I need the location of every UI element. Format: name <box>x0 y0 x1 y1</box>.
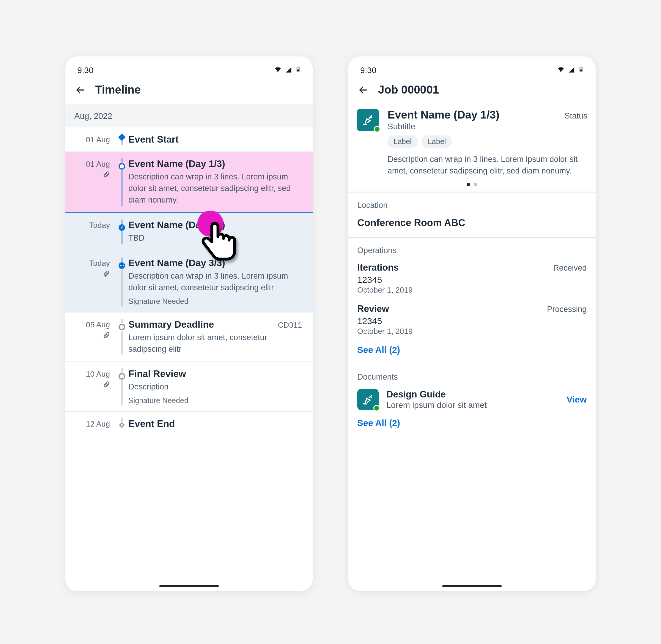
attachment-icon <box>103 379 116 390</box>
timeline-item-desc: Lorem ipsum dolor sit amet, consetetur s… <box>128 332 302 355</box>
section-label: Documents <box>357 372 587 382</box>
operation-status: Received <box>553 263 587 273</box>
operation-date: October 1, 2019 <box>357 285 587 295</box>
timeline-item[interactable]: Today Event Name (Day 2/3) TBD <box>65 213 313 251</box>
timeline-item[interactable]: 12 Aug Event End <box>65 412 313 436</box>
label-chips: Label Label <box>388 135 587 147</box>
svg-rect-2 <box>297 70 299 71</box>
status-time: 9:30 <box>360 66 377 75</box>
back-button[interactable] <box>357 84 369 96</box>
label-chip[interactable]: Label <box>388 135 418 147</box>
attachment-icon <box>103 268 116 279</box>
home-indicator[interactable] <box>442 585 502 587</box>
operation-title: Iterations <box>357 262 399 273</box>
timeline-item-desc: Description can wrap in 3 lines. Lorem i… <box>128 270 302 294</box>
timeline-item-desc: Description <box>128 381 302 393</box>
operation-item[interactable]: Review Processing 12345 October 1, 2019 <box>357 304 587 336</box>
timeline-list: 01 Aug Event Start 01 Aug Event Name (Da… <box>65 128 313 591</box>
document-thumbnail <box>357 389 379 410</box>
timeline-item-sub: Signature Needed <box>128 297 302 306</box>
section-label: Operations <box>357 246 587 255</box>
status-badge-icon <box>374 126 380 133</box>
check-icon <box>118 224 125 231</box>
app-bar: Timeline <box>65 78 313 105</box>
wifi-icon <box>557 66 567 75</box>
timeline-item-title: Event Name (Day 1/3) <box>128 158 302 169</box>
attachment-icon <box>103 329 116 341</box>
home-indicator[interactable] <box>159 585 219 587</box>
operation-number: 12345 <box>357 316 587 326</box>
status-icons <box>273 65 301 75</box>
section-label: Location <box>357 201 587 210</box>
timeline-screen: 9:30 Timeline Aug, 2022 01 Aug <box>65 56 313 591</box>
timeline-item-title: Event Start <box>128 134 302 145</box>
timeline-date: 12 Aug <box>86 418 116 429</box>
location-value: Conference Room ABC <box>357 217 587 228</box>
status-badge-icon <box>373 405 380 411</box>
ellipsis-icon <box>118 262 125 269</box>
document-title: Design Guide <box>387 389 559 400</box>
timeline-item-sub: Signature Needed <box>128 396 302 405</box>
timeline-date: 10 Aug <box>86 368 116 379</box>
location-section: Location Conference Room ABC <box>348 192 596 238</box>
pager-dot-active <box>467 183 470 186</box>
status-bar: 9:30 <box>65 56 313 78</box>
document-description: Lorem ipsum dolor sit amet <box>387 400 559 410</box>
page-title: Job 000001 <box>378 84 439 96</box>
circle-icon <box>118 163 125 169</box>
svg-rect-1 <box>298 67 299 67</box>
operation-item[interactable]: Iterations Received 12345 October 1, 201… <box>357 262 587 295</box>
circle-icon <box>118 324 125 330</box>
page-indicator[interactable] <box>357 183 587 186</box>
operation-title: Review <box>357 304 389 314</box>
timeline-item-title: Event Name (Day 3/3) <box>128 257 302 269</box>
battery-icon <box>578 66 584 75</box>
timeline-date: 01 Aug <box>86 134 116 144</box>
event-status: Status <box>565 111 587 121</box>
see-all-operations-link[interactable]: See All (2) <box>357 345 587 355</box>
timeline-date: 05 Aug <box>86 319 116 329</box>
operation-date: October 1, 2019 <box>357 327 587 336</box>
timeline-item-title: Event End <box>128 418 302 429</box>
label-chip[interactable]: Label <box>422 135 452 147</box>
event-header-card[interactable]: Event Name (Day 1/3) Status Subtitle Lab… <box>348 105 596 192</box>
timeline-date: Today <box>89 257 116 268</box>
timeline-item-selected[interactable]: 01 Aug Event Name (Day 1/3) Description … <box>65 152 313 213</box>
wifi-icon <box>274 66 284 75</box>
timeline-item[interactable]: 01 Aug Event Start <box>65 128 313 152</box>
page-title: Timeline <box>95 84 140 96</box>
status-icons <box>556 65 584 75</box>
timeline-item-code: CD311 <box>278 321 302 330</box>
operations-section: Operations Iterations Received 12345 Oct… <box>348 238 596 364</box>
status-time: 9:30 <box>77 66 94 75</box>
event-description: Description can wrap in 3 lines. Lorem i… <box>388 154 587 177</box>
timeline-date: Today <box>89 220 116 230</box>
attachment-icon <box>103 169 116 180</box>
back-button[interactable] <box>74 84 86 96</box>
view-document-link[interactable]: View <box>567 394 587 405</box>
timeline-item-title: Summary Deadline <box>128 319 214 330</box>
status-bar: 9:30 <box>348 56 596 78</box>
app-bar: Job 000001 <box>348 78 596 105</box>
operation-number: 12345 <box>357 275 587 285</box>
svg-rect-5 <box>580 70 582 71</box>
timeline-item-title: Final Review <box>128 368 302 379</box>
event-title: Event Name (Day 1/3) <box>388 109 499 121</box>
battery-icon <box>295 66 301 75</box>
timeline-item[interactable]: Today Event Name (Day 3/3) Description c… <box>65 251 313 313</box>
diamond-outline-icon <box>119 422 125 428</box>
see-all-documents-link[interactable]: See All (2) <box>357 418 587 428</box>
month-header: Aug, 2022 <box>65 105 313 128</box>
timeline-item-title: Event Name (Day 2/3) <box>128 220 302 231</box>
event-thumbnail <box>357 109 379 131</box>
documents-section: Documents Design Guide Lorem ipsum dolor… <box>348 364 596 437</box>
timeline-item[interactable]: 10 Aug Final Review Description Signatur… <box>65 362 313 412</box>
svg-rect-4 <box>580 67 582 67</box>
circle-icon <box>118 373 125 380</box>
document-item[interactable]: Design Guide Lorem ipsum dolor sit amet … <box>357 389 587 410</box>
timeline-item[interactable]: 05 Aug Summary Deadline CD311 Lorem ipsu… <box>65 313 313 362</box>
job-detail-screen: 9:30 Job 000001 Event N <box>348 56 596 591</box>
cellular-icon <box>568 66 577 75</box>
operation-status: Processing <box>547 305 587 314</box>
timeline-item-desc: TBD <box>128 232 302 244</box>
